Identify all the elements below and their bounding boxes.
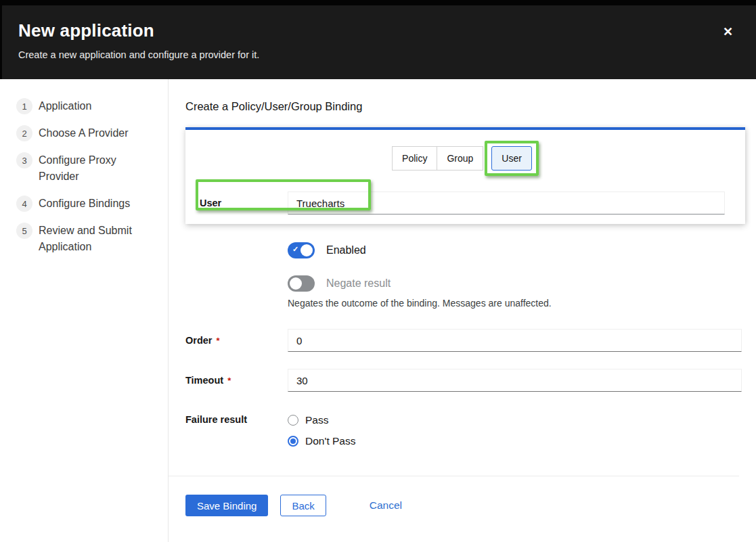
radio-option-pass[interactable]: Pass (288, 414, 355, 426)
wizard-step-configure-proxy-provider[interactable]: 3 Configure Proxy Provider (16, 152, 150, 185)
step-label: Configure Bindings (39, 196, 130, 212)
wizard-step-configure-bindings[interactable]: 4 Configure Bindings (16, 196, 150, 212)
radio-unchecked-icon[interactable] (288, 415, 298, 426)
modal-body: 1 Application 2 Choose A Provider 3 Conf… (0, 79, 756, 542)
label-text: Order (185, 335, 213, 346)
step-number-badge: 4 (16, 196, 32, 212)
radio-label: Don't Pass (305, 435, 355, 447)
radio-checked-icon[interactable] (288, 436, 298, 447)
radio-label: Pass (305, 414, 328, 426)
user-select-value: Truecharts (296, 198, 344, 209)
timeout-field-label: Timeout* (185, 375, 288, 386)
enabled-toggle-label: Enabled (326, 244, 366, 256)
order-field-row: Order* (185, 329, 742, 352)
modal-subtitle: Create a new application and configure a… (18, 49, 740, 60)
timeout-input[interactable] (288, 369, 742, 392)
order-input[interactable] (288, 329, 742, 352)
step-label: Choose A Provider (39, 125, 129, 141)
wizard-steps-list: 1 Application 2 Choose A Provider 3 Conf… (16, 98, 150, 255)
modal-header: New application Create a new application… (0, 5, 756, 79)
toggle-knob (290, 277, 302, 290)
user-select-label: User (200, 198, 288, 208)
failure-result-row: Failure result Pass Don't Pass (185, 414, 742, 447)
enabled-toggle-row: ✓ Enabled (288, 242, 756, 258)
step-label: Review and Submit Application (39, 223, 150, 255)
wizard-step-review-submit[interactable]: 5 Review and Submit Application (16, 223, 150, 255)
wizard-steps-sidebar: 1 Application 2 Choose A Provider 3 Conf… (0, 79, 169, 542)
failure-result-options: Pass Don't Pass (288, 414, 355, 447)
footer-actions: Save Binding Back Cancel (185, 476, 756, 516)
toggle-knob (301, 244, 313, 256)
user-select-row: User Truecharts (185, 191, 745, 214)
step-number-badge: 5 (16, 223, 32, 239)
timeout-field-row: Timeout* (185, 369, 742, 392)
highlight-box-user-tab: User (485, 141, 539, 176)
check-icon: ✓ (292, 245, 298, 254)
binding-type-button-group: Policy Group (392, 146, 483, 171)
negate-help-text: Negates the outcome of the binding. Mess… (288, 298, 756, 309)
failure-result-label: Failure result (185, 414, 288, 447)
step-number-badge: 1 (16, 98, 32, 114)
tab-group[interactable]: Group (437, 146, 483, 171)
new-application-modal: New application Create a new application… (0, 0, 756, 542)
step-number-badge: 3 (16, 152, 32, 168)
enabled-toggle[interactable]: ✓ (288, 242, 315, 258)
negate-result-toggle[interactable] (288, 275, 315, 292)
step-label: Configure Proxy Provider (39, 152, 150, 185)
negate-toggle-label: Negate result (326, 277, 391, 290)
close-icon[interactable]: ✕ (723, 26, 733, 38)
page-title: Create a Policy/User/Group Binding (185, 100, 756, 113)
binding-form-panel: Create a Policy/User/Group Binding Polic… (169, 79, 756, 542)
user-select[interactable]: Truecharts (288, 191, 725, 214)
required-asterisk: * (227, 376, 231, 386)
required-asterisk: * (217, 336, 220, 346)
backdrop-strip (0, 0, 756, 5)
wizard-step-choose-provider[interactable]: 2 Choose A Provider (16, 125, 150, 141)
order-field-label: Order* (185, 335, 288, 346)
binding-type-tab-row: Policy Group User (185, 141, 745, 176)
radio-option-dont-pass[interactable]: Don't Pass (288, 435, 355, 447)
wizard-step-application[interactable]: 1 Application (16, 98, 150, 114)
tab-user[interactable]: User (491, 146, 532, 171)
modal-title: New application (18, 20, 740, 41)
save-binding-button[interactable]: Save Binding (185, 495, 268, 516)
binding-type-card: Policy Group User User Truecharts (185, 127, 745, 224)
cancel-button[interactable]: Cancel (370, 499, 402, 512)
negate-toggle-row: Negate result (288, 275, 756, 292)
label-text: Timeout (185, 375, 223, 386)
back-button[interactable]: Back (280, 495, 326, 516)
step-number-badge: 2 (16, 125, 32, 141)
tab-policy[interactable]: Policy (392, 146, 437, 171)
step-label: Application (39, 98, 91, 114)
